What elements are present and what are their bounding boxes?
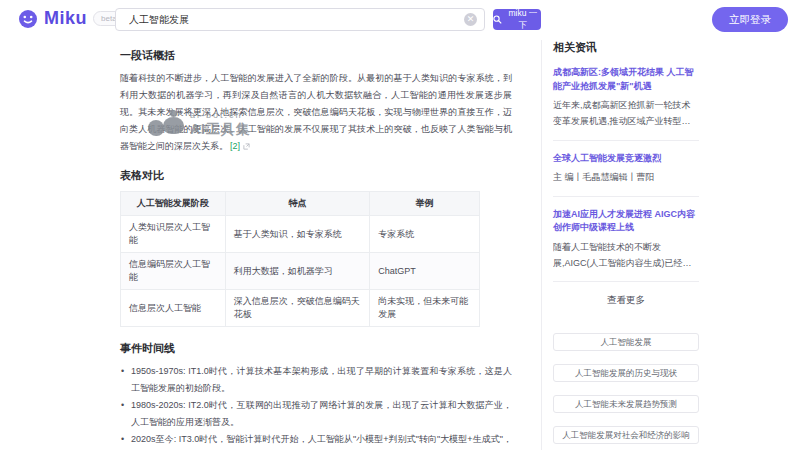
news-title[interactable]: 加速AI应用人才发展进程 AIGC内容创作师中级课程上线 <box>553 208 699 235</box>
summary-section-title: 一段话概括 <box>120 48 512 63</box>
timeline-item: 2020s至今: IT3.0时代，智能计算时代开始，人工智能从"小模型+判别式"… <box>120 431 512 450</box>
news-snippet: 随着人工智能技术的不断发展,AIGC(人工智能内容生成)已经成为当今时代的重要趋… <box>553 240 699 272</box>
vertical-divider <box>541 40 542 450</box>
news-title[interactable]: 全球人工智能发展竞逐激烈 <box>553 152 699 166</box>
brand-name: Miku <box>44 8 87 29</box>
news-item[interactable]: 全球人工智能发展竞逐激烈 主 编丨毛晶慧编辑丨曹阳 <box>553 152 699 186</box>
news-item[interactable]: 成都高新区:多领域开花结果 人工智能产业抢抓发展"新"机遇 近年来,成都高新区抢… <box>553 66 699 130</box>
timeline-item: 1980s-2020s: IT2.0时代，互联网的出现推动了网络计算的发展，出现… <box>120 397 512 431</box>
related-search-button[interactable]: 人工智能未来发展趋势预测 <box>553 395 699 413</box>
search-button[interactable]: miku 一下 <box>493 9 541 30</box>
timeline-item: 1950s-1970s: IT1.0时代，计算技术基本架构形成，出现了早期的计算… <box>120 363 512 397</box>
table-header: 举例 <box>370 192 480 216</box>
related-search-button[interactable]: 人工智能发展对社会和经济的影响 <box>553 426 699 444</box>
news-title[interactable]: 成都高新区:多领域开花结果 人工智能产业抢抓发展"新"机遇 <box>553 66 699 93</box>
miku-face-icon <box>18 9 38 29</box>
table-row: 信息层次人工智能 深入信息层次，突破信息编码天花板 尚未实现，但未来可能发展 <box>121 290 480 327</box>
external-link-icon[interactable] <box>243 139 250 156</box>
table-row: 人类知识层次人工智能 基于人类知识，如专家系统 专家系统 <box>121 216 480 253</box>
news-snippet: 主 编丨毛晶慧编辑丨曹阳 <box>553 170 699 186</box>
search-bar: ✕ <box>115 8 485 31</box>
divider <box>553 281 699 282</box>
timeline-section-title: 事件时间线 <box>120 341 512 356</box>
news-item[interactable]: 加速AI应用人才发展进程 AIGC内容创作师中级课程上线 随着人工智能技术的不断… <box>553 208 699 272</box>
search-input[interactable] <box>115 8 485 31</box>
brand-logo[interactable]: Miku beta <box>18 8 125 29</box>
timeline-list: 1950s-1970s: IT1.0时代，计算技术基本架构形成，出现了早期的计算… <box>120 363 512 450</box>
news-snippet: 近年来,成都高新区抢抓新一轮技术变革发展机遇,推动区域产业转型升级,现已迈入人工… <box>553 98 699 130</box>
clear-icon[interactable]: ✕ <box>464 13 477 26</box>
citation-link-2[interactable]: [2] <box>230 141 240 151</box>
related-search-button[interactable]: 人工智能发展的历史与现状 <box>553 364 699 382</box>
login-button[interactable]: 立即登录 <box>712 7 788 32</box>
table-header: 特点 <box>225 192 370 216</box>
comparison-table: 人工智能发展阶段 特点 举例 人类知识层次人工智能 基于人类知识，如专家系统 专… <box>120 191 480 327</box>
table-header: 人工智能发展阶段 <box>121 192 226 216</box>
view-more-button[interactable]: 查看更多 <box>553 294 699 307</box>
answer-panel: 一段话概括 随着科技的不断进步，人工智能的发展进入了全新的阶段。从最初的基于人类… <box>120 40 512 450</box>
sidebar-title: 相关资讯 <box>553 40 699 55</box>
divider <box>553 196 699 197</box>
divider <box>553 140 699 141</box>
related-news-panel: 相关资讯 成都高新区:多领域开花结果 人工智能产业抢抓发展"新"机遇 近年来,成… <box>553 40 699 450</box>
related-search-button[interactable]: 人工智能发展 <box>553 333 699 351</box>
table-row: 信息编码层次人工智能 利用大数据，如机器学习 ChatGPT <box>121 253 480 290</box>
summary-text: 随着科技的不断进步，人工智能的发展进入了全新的阶段。从最初的基于人类知识的专家系… <box>120 70 512 156</box>
search-icon <box>493 15 502 24</box>
search-button-label: miku 一下 <box>505 8 541 32</box>
table-section-title: 表格对比 <box>120 168 512 183</box>
header: Miku beta ✕ miku 一下 立即登录 <box>0 0 800 40</box>
